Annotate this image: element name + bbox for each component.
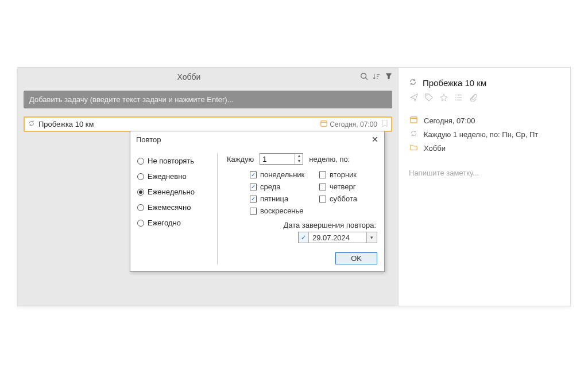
radio-icon	[137, 189, 144, 196]
add-task-input[interactable]: Добавить задачу (введите текст задачи и …	[24, 91, 392, 108]
dialog-title: Повтор	[136, 135, 372, 144]
tag-icon[interactable]	[425, 93, 433, 103]
dialog-header: Повтор ✕	[130, 131, 384, 147]
day-label: пятница	[260, 194, 288, 203]
checkbox-icon: ✓	[250, 171, 257, 178]
repeat-icon	[409, 78, 417, 88]
task-list-pane: Хобби Добавить задачу (введите текст зад…	[18, 68, 398, 306]
repeat-icon	[28, 120, 35, 128]
detail-repeat-text: Каждую 1 неделю, по: Пн, Ср, Пт	[424, 130, 538, 139]
day-label: вторник	[330, 170, 357, 179]
every-row: Каждую ▲ ▼ неделю, по:	[227, 153, 377, 165]
repeat-settings: Каждую ▲ ▼ неделю, по: ✓	[218, 153, 377, 264]
filter-icon[interactable]	[385, 72, 392, 82]
calendar-icon	[320, 120, 327, 128]
note-placeholder: Напишите заметку...	[409, 169, 479, 177]
repeat-icon	[409, 130, 418, 139]
check-fri[interactable]: ✓ пятница	[250, 194, 308, 203]
repeat-mode-group: Не повторять Ежедневно Еженедельно Ежеме…	[137, 153, 218, 264]
bookmark-icon[interactable]	[382, 120, 388, 128]
radio-icon	[137, 204, 144, 211]
spin-up-icon[interactable]: ▲	[295, 154, 303, 159]
repeat-dialog: Повтор ✕ Не повторять Ежедневно Еженеде	[130, 131, 385, 272]
svg-rect-5	[410, 117, 416, 123]
svg-line-1	[366, 77, 368, 80]
interval-input[interactable]	[260, 154, 295, 164]
list-title: Хобби	[18, 70, 360, 84]
detail-header: Пробежка 10 км	[409, 78, 560, 88]
check-sun[interactable]: воскресенье	[250, 206, 308, 215]
task-date-text: Сегодня, 07:00	[330, 120, 377, 128]
detail-repeat-line[interactable]: Каждую 1 неделю, по: Пн, Ср, Пт	[409, 127, 560, 141]
end-date-row: ✓ 29.07.2024 ▾	[227, 232, 377, 243]
radio-monthly[interactable]: Ежемесячно	[137, 200, 211, 215]
close-icon[interactable]: ✕	[372, 135, 378, 144]
checkbox-icon	[319, 184, 326, 190]
dialog-actions: OK	[227, 252, 377, 264]
detail-date-line[interactable]: Сегодня, 07:00	[409, 114, 560, 127]
detail-date-text: Сегодня, 07:00	[424, 116, 475, 125]
checkbox-icon: ✓	[250, 196, 257, 202]
task-date: Сегодня, 07:00	[320, 120, 388, 128]
check-wed[interactable]: ✓ среда	[250, 182, 308, 191]
calendar-dropdown-icon[interactable]: ▾	[366, 232, 377, 243]
svg-point-0	[361, 73, 366, 78]
check-mon[interactable]: ✓ понедельник	[250, 170, 308, 179]
radio-label: Ежедневно	[148, 172, 187, 181]
add-task-placeholder: Добавить задачу (введите текст задачи и …	[29, 95, 233, 104]
end-date-text[interactable]: 29.07.2024	[309, 232, 366, 243]
task-row[interactable]: Пробежка 10 км Сегодня, 07:00	[24, 116, 392, 132]
day-label: среда	[260, 182, 281, 191]
detail-folder-line[interactable]: Хобби	[409, 141, 560, 155]
checkbox-icon: ✓	[250, 184, 257, 190]
send-icon[interactable]	[410, 93, 418, 103]
check-tue[interactable]: вторник	[319, 170, 377, 179]
weekday-grid: ✓ понедельник вторник ✓ среда	[250, 170, 377, 215]
end-date-label: Дата завершения повтора:	[227, 221, 377, 229]
app-window: Хобби Добавить задачу (введите текст зад…	[17, 67, 571, 306]
reminder-icon[interactable]	[440, 93, 448, 103]
detail-toolbar	[409, 93, 560, 103]
list-header: Хобби	[18, 68, 398, 86]
task-title: Пробежка 10 км	[38, 120, 320, 128]
radio-weekly[interactable]: Еженедельно	[137, 184, 211, 200]
attachment-icon[interactable]	[470, 93, 478, 103]
checkbox-icon	[319, 196, 326, 202]
ok-button[interactable]: OK	[335, 252, 377, 264]
radio-icon	[137, 173, 144, 180]
sort-icon[interactable]	[373, 72, 381, 82]
spinner-buttons[interactable]: ▲ ▼	[295, 154, 303, 164]
dialog-body: Не повторять Ежедневно Еженедельно Ежеме…	[130, 147, 384, 271]
folder-icon	[409, 143, 418, 153]
radio-label: Еженедельно	[148, 188, 195, 196]
header-toolbar	[360, 72, 392, 82]
check-sat[interactable]: суббота	[319, 194, 377, 203]
svg-point-4	[427, 95, 428, 96]
detail-title: Пробежка 10 км	[423, 78, 486, 88]
spin-down-icon[interactable]: ▼	[295, 159, 303, 164]
radio-label: Ежегодно	[148, 219, 181, 227]
every-unit: неделю, по:	[309, 155, 350, 163]
check-thu[interactable]: четверг	[319, 182, 377, 191]
checkbox-icon	[250, 208, 257, 215]
day-label: воскресенье	[260, 206, 304, 215]
radio-yearly[interactable]: Ежегодно	[137, 215, 211, 231]
interval-spinner[interactable]: ▲ ▼	[260, 153, 303, 165]
svg-rect-2	[321, 121, 327, 126]
radio-icon	[137, 220, 144, 227]
radio-label: Не повторять	[148, 157, 194, 165]
day-label: суббота	[330, 194, 357, 203]
checklist-icon[interactable]	[455, 93, 463, 103]
note-input[interactable]: Напишите заметку...	[409, 169, 560, 177]
search-icon[interactable]	[360, 72, 368, 82]
radio-label: Ежемесячно	[148, 203, 191, 212]
day-label: понедельник	[260, 170, 304, 179]
calendar-icon	[409, 116, 418, 125]
radio-none[interactable]: Не повторять	[137, 153, 211, 169]
radio-daily[interactable]: Ежедневно	[137, 169, 211, 184]
radio-icon	[137, 158, 144, 165]
end-date-enable-checkbox[interactable]: ✓	[299, 232, 309, 243]
day-label: четверг	[330, 182, 356, 191]
checkbox-icon	[319, 171, 326, 178]
end-date-field[interactable]: ✓ 29.07.2024 ▾	[298, 232, 377, 243]
